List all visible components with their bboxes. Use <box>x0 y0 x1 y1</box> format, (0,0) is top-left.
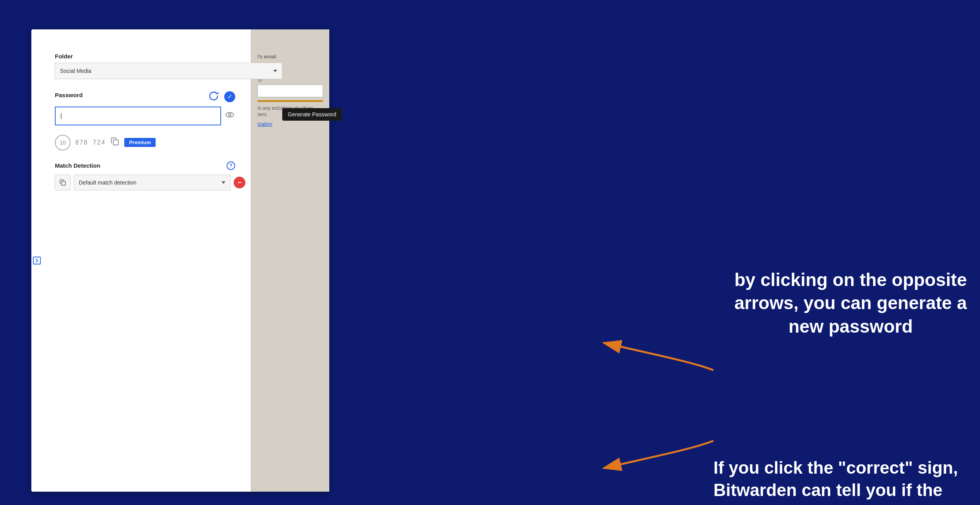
svg-point-1 <box>229 114 231 116</box>
match-copy-button[interactable] <box>55 175 71 190</box>
password-icons: ✓ <box>208 90 235 103</box>
side-panel: t's email access to ail to any anization… <box>251 29 329 492</box>
folder-dropdown-arrow-icon <box>273 70 277 72</box>
strength-number1: 878 <box>75 139 88 146</box>
remove-icon: − <box>238 179 242 186</box>
strength-value: 10 <box>60 139 66 146</box>
svg-rect-3 <box>62 181 65 185</box>
annotation-area: by clicking on the opposite arrows, you … <box>329 229 980 276</box>
password-label: Password <box>55 92 83 98</box>
toggle-password-icon[interactable] <box>224 109 235 123</box>
password-input-row: Generate Password <box>55 107 235 125</box>
password-section: Password ✓ <box>55 90 235 125</box>
match-detection-section: Match Detection ? <box>55 161 235 190</box>
side-panel-email-input <box>258 85 323 97</box>
svg-point-0 <box>226 112 234 117</box>
side-panel-link[interactable]: ization <box>258 121 323 127</box>
check-mark: ✓ <box>227 93 232 100</box>
password-input[interactable] <box>55 107 221 125</box>
match-detection-header: Match Detection ? <box>55 161 235 170</box>
folder-label: Folder <box>55 53 235 60</box>
match-detection-label: Match Detection <box>55 162 100 169</box>
svg-rect-2 <box>113 140 118 145</box>
annotation-text-2: If you click the "correct" sign, Bitward… <box>713 456 980 505</box>
password-strength-row: 10 878 724 Premium <box>55 135 235 150</box>
annotation-text-1: by clicking on the opposite arrows, you … <box>721 268 980 338</box>
folder-select[interactable]: Social Media <box>55 63 282 79</box>
help-question-mark: ? <box>229 163 232 168</box>
generate-password-tooltip: Generate Password <box>282 108 342 121</box>
match-detection-value: Default match detection <box>79 179 136 186</box>
copy-password-icon[interactable] <box>110 137 120 148</box>
strength-number2: 724 <box>93 139 106 146</box>
main-container: t's email access to ail to any anization… <box>0 0 980 505</box>
match-detection-select[interactable]: Default match detection <box>74 175 230 190</box>
password-header: Password ✓ <box>55 90 235 103</box>
form-area: Folder Social Media Password <box>31 29 251 206</box>
match-detection-row: Default match detection − <box>55 175 245 190</box>
expand-chevron-icon[interactable] <box>33 257 41 264</box>
check-password-icon[interactable]: ✓ <box>224 91 235 102</box>
match-detection-help-icon[interactable]: ? <box>227 161 235 170</box>
strength-circle: 10 <box>55 135 71 150</box>
remove-match-button[interactable]: − <box>234 177 245 188</box>
generate-password-icon[interactable] <box>208 90 220 103</box>
arrow-1 <box>596 331 721 378</box>
premium-badge: Premium <box>124 138 156 147</box>
folder-select-text: Social Media <box>60 68 91 74</box>
browser-panel: t's email access to ail to any anization… <box>31 29 329 492</box>
arrow-2 <box>596 433 721 480</box>
match-dropdown-arrow-icon <box>221 181 225 184</box>
side-panel-orange-bar <box>258 100 323 102</box>
side-panel-text1: t's email <box>258 53 323 61</box>
